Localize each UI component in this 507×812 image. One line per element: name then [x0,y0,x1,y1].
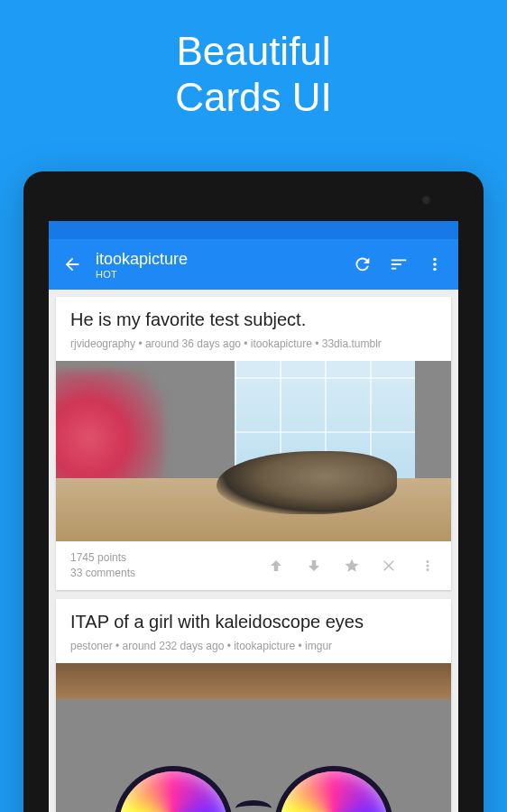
hero-line2: Cards UI [175,75,332,119]
back-button[interactable] [54,246,90,282]
post-stats: 1745 points 33 comments [70,550,247,581]
sort-icon [389,254,409,274]
refresh-icon [353,254,373,274]
arrow-left-icon [62,254,82,274]
post-points: 1745 points [70,550,247,566]
hero-line1: Beautiful [176,29,330,73]
overflow-button[interactable] [417,246,453,282]
feed[interactable]: He is my favorite test subject. rjvideog… [49,290,458,812]
post-title: He is my favorite test subject. [56,297,451,336]
post-meta: pestoner • around 232 days ago • itookap… [56,638,451,663]
close-icon [382,558,398,574]
device-frame: itookapicture HOT He is my favorite test… [23,171,484,812]
refresh-button[interactable] [345,246,381,282]
more-vert-icon [419,558,436,574]
downvote-button[interactable] [305,557,323,575]
post-meta: rjvideography • around 36 days ago • ito… [56,336,451,361]
hide-button[interactable] [381,557,399,575]
sort-button[interactable] [381,246,417,282]
post-card[interactable]: He is my favorite test subject. rjvideog… [56,297,451,590]
star-icon [344,558,360,574]
appbar-title: itookapicture [96,250,345,269]
post-footer: 1745 points 33 comments [56,541,451,590]
post-image[interactable] [56,663,451,812]
post-title: ITAP of a girl with kaleidoscope eyes [56,599,451,638]
device-camera [421,195,431,205]
post-comments: 33 comments [70,566,247,581]
arrow-up-icon [268,558,284,574]
app-bar: itookapicture HOT [49,239,458,290]
upvote-button[interactable] [267,557,285,575]
promo-heading: Beautiful Cards UI [0,0,507,120]
card-overflow-button[interactable] [419,557,437,575]
post-card[interactable]: ITAP of a girl with kaleidoscope eyes pe… [56,599,451,812]
status-bar [49,221,458,239]
favorite-button[interactable] [343,557,361,575]
more-vert-icon [425,254,445,274]
appbar-subtitle: HOT [96,269,345,280]
app-screen: itookapicture HOT He is my favorite test… [49,221,458,812]
post-image[interactable] [56,361,451,541]
appbar-title-block[interactable]: itookapicture HOT [90,250,345,280]
arrow-down-icon [306,558,322,574]
